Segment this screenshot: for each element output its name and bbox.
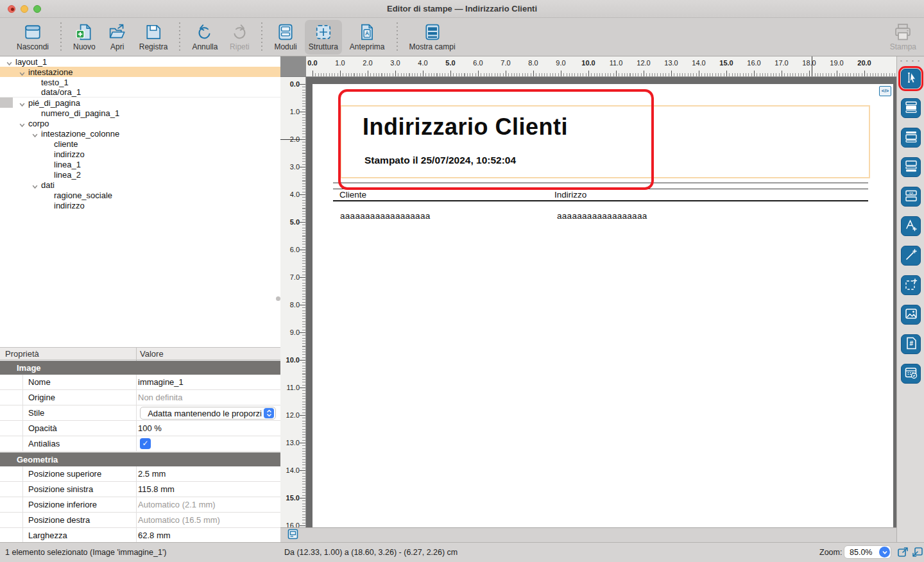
property-value[interactable]: Automatico (2.1 mm)	[138, 500, 216, 509]
v-ruler-label: 13.0	[286, 439, 300, 447]
style-select[interactable]: Adatta mantenendo le proporzi	[140, 407, 276, 420]
v-ruler-label: 6.0	[290, 246, 300, 253]
h-ruler-label: 14.0	[692, 59, 705, 67]
tool-button-band-body-tool[interactable]	[901, 128, 921, 148]
add-text-icon	[904, 218, 918, 235]
h-ruler-label: 15.0	[719, 59, 733, 67]
tree-item-label: testo_1	[41, 78, 69, 87]
table-data-cell[interactable]: aaaaaaaaaaaaaaaaaa	[340, 211, 431, 221]
tool-button-add-line-tool[interactable]	[901, 246, 921, 266]
tool-button-add-page-number-tool[interactable]: #	[901, 334, 921, 354]
tree-item-indirizzo[interactable]: indirizzo	[0, 149, 280, 159]
zoom-to-fit-icon[interactable]	[897, 546, 909, 558]
tree-item-corpo[interactable]: corpo	[0, 118, 280, 128]
toolbar-button-apri[interactable]: Apri	[103, 20, 132, 55]
toolbar-button-moduli[interactable]: Moduli	[270, 20, 300, 55]
table-data-cell[interactable]: aaaaaaaaaaaaaaaaaa	[557, 211, 647, 221]
tree-item-ragione-sociale[interactable]: ragione_sociale	[0, 190, 280, 200]
property-value[interactable]: 2.5 mm	[138, 469, 166, 479]
toolbar-button-label: Registra	[139, 42, 168, 51]
v-ruler-label: 8.0	[290, 301, 300, 309]
tree-item-testo-1[interactable]: testo_1	[0, 77, 280, 87]
toolbar-button-anteprima[interactable]: AAnteprima	[346, 20, 389, 55]
annotation-red-box	[338, 89, 654, 190]
v-ruler-label: 14.0	[286, 466, 300, 474]
tree-item-data-ora-1[interactable]: data/ora_1	[0, 87, 280, 98]
tree-item-pi-di-pagina[interactable]: pié_di_pagina	[0, 98, 280, 108]
toolbar-button-label: Anteprima	[350, 42, 385, 51]
save-icon	[144, 22, 163, 42]
zoom-combobox[interactable]: 85.0%	[844, 545, 891, 559]
h-ruler-label: 0.0	[307, 59, 317, 67]
tree-item-label: intestazione_colonne	[41, 129, 119, 139]
h-ruler-label: 8.0	[528, 59, 538, 67]
property-value[interactable]: 100 %	[138, 423, 162, 433]
tree-item-linea-2[interactable]: linea_2	[0, 169, 280, 180]
property-value[interactable]: 62.8 mm	[138, 531, 171, 540]
toolbar-button-ripeti[interactable]: Ripeti	[225, 20, 253, 55]
toolbar-button-nuovo[interactable]: Nuovo	[69, 20, 99, 55]
tool-button-band-code-tool[interactable]: <>	[901, 187, 921, 207]
h-ruler-label: 10.0	[581, 59, 595, 67]
tree-item-label: corpo	[28, 119, 49, 128]
zoom-to-selection-icon[interactable]	[911, 546, 923, 558]
tool-button-band-header-tool[interactable]	[901, 98, 921, 118]
chevron-down-icon[interactable]	[32, 131, 38, 137]
add-line-icon	[904, 248, 918, 264]
toolbar-button-label: Struttura	[309, 42, 338, 51]
select-updown-icon[interactable]	[264, 408, 274, 418]
chevron-down-icon[interactable]	[19, 69, 25, 75]
preview-icon: A	[357, 22, 377, 42]
property-section-title: Geometria	[17, 455, 58, 464]
property-row-posizione-destra: Posizione destraAutomatico (16.5 mm)	[0, 513, 280, 528]
tree-item-layout-1[interactable]: layout_1	[0, 56, 280, 67]
tool-button-add-datetime-tool[interactable]	[901, 364, 921, 384]
toolbar-button-nascondi[interactable]: Nascondi	[13, 20, 53, 55]
property-label: Stile	[28, 408, 44, 418]
table-column-header[interactable]: Indirizzo	[554, 190, 586, 200]
chevron-down-icon[interactable]	[6, 59, 12, 65]
tree-item-indirizzo[interactable]: indirizzo	[0, 200, 280, 210]
tool-button-add-rect-tool[interactable]	[901, 275, 921, 295]
tool-button-band-footer-tool[interactable]	[901, 157, 921, 177]
property-value[interactable]: Non definita	[138, 393, 182, 402]
tree-item-intestazione-colonne[interactable]: intestazione_colonne	[0, 128, 280, 139]
chevron-down-icon[interactable]	[32, 182, 38, 188]
property-value[interactable]: immagine_1	[138, 377, 184, 387]
tree-item-label: linea_1	[54, 160, 81, 169]
table-column-header[interactable]: Cliente	[339, 190, 366, 200]
status-coordinates-text: Da (12.33, 1.00) a (18.60, 3.26) - (6.27…	[284, 548, 458, 557]
page-number-icon: #	[904, 336, 918, 353]
chevron-down-icon[interactable]	[19, 121, 25, 126]
tree-item-cliente[interactable]: cliente	[0, 139, 280, 149]
chevron-down-icon[interactable]	[879, 547, 890, 558]
tool-button-add-text-tool[interactable]	[901, 216, 921, 236]
property-value[interactable]: Automatico (16.5 mm)	[138, 515, 220, 525]
h-ruler-label: 7.0	[501, 59, 510, 67]
property-row-origine: OrigineNon definita	[0, 390, 280, 405]
tree-item-linea-1[interactable]: linea_1	[0, 159, 280, 169]
toolbar-button-registra[interactable]: Registra	[135, 20, 172, 55]
style-select-value: Adatta mantenendo le proporzi	[148, 409, 262, 418]
toolbar-button-struttura[interactable]: Struttura	[305, 20, 342, 55]
toolbar-button-mostra-campi[interactable]: Mostra campi	[406, 20, 459, 55]
tree-item-numero-di-pagina-1[interactable]: numero_di_pagina_1	[0, 108, 280, 118]
antialias-checkbox[interactable]: ✓	[140, 438, 151, 449]
toolbar-button-annulla[interactable]: Annulla	[188, 20, 221, 55]
tool-strip-handle[interactable]: • • • •	[897, 58, 924, 64]
tool-button-add-image-tool[interactable]	[901, 305, 921, 325]
tree-item-intestazione[interactable]: intestazione	[0, 67, 280, 77]
tree-item-dati[interactable]: dati	[0, 180, 280, 190]
datetime-icon	[904, 366, 918, 382]
band-indicator-icon[interactable]	[287, 529, 298, 542]
toolbar-button-stampa[interactable]: Stampa	[886, 20, 920, 53]
document-viewport[interactable]: Indirizzario Clienti Stampato il 25/07/2…	[306, 77, 896, 527]
band-code-badge[interactable]: </>	[879, 86, 891, 96]
canvas-area: 0.01.02.03.04.05.06.07.08.09.010.011.012…	[280, 56, 896, 542]
property-value[interactable]: 115.8 mm	[138, 484, 175, 494]
svg-text:#: #	[909, 340, 913, 347]
chevron-down-icon[interactable]	[19, 100, 25, 106]
panel-splitter-handle[interactable]	[276, 296, 280, 301]
h-ruler-label: 9.0	[556, 59, 565, 67]
h-ruler-label: 4.0	[418, 59, 427, 67]
